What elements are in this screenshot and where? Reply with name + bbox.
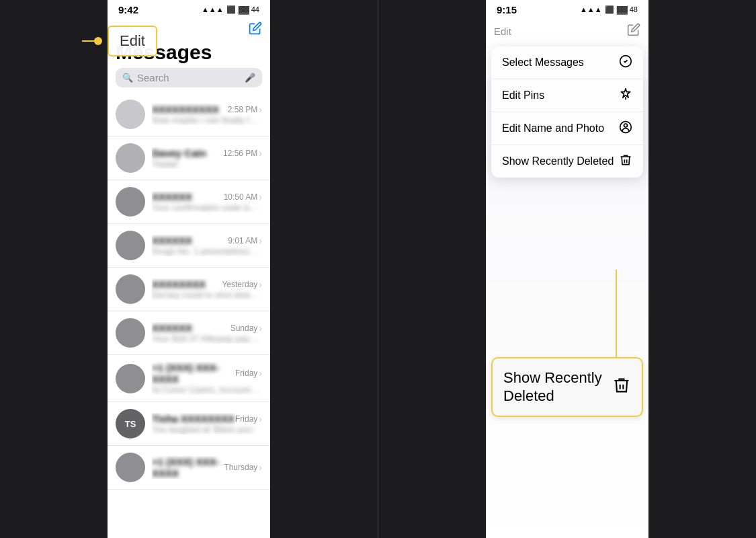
chevron-icon: › bbox=[259, 414, 262, 424]
annotation-arrow bbox=[610, 270, 636, 364]
sender-name: XXXXXX bbox=[152, 235, 192, 246]
message-content: XXXXXX 9:01 AM › Drugs No. 1 prescriptio… bbox=[152, 235, 262, 256]
right-compose-button[interactable] bbox=[627, 23, 640, 40]
message-content: XXXXXX Sunday › Your $18.37 Afterpay pay… bbox=[152, 322, 262, 344]
left-search-placeholder: Search bbox=[137, 72, 241, 83]
dropdown-item-select-messages[interactable]: Select Messages bbox=[491, 46, 643, 79]
pin-icon bbox=[619, 87, 632, 104]
message-top: Tisha XXXXXXXX Friday › bbox=[152, 413, 262, 424]
avatar bbox=[116, 318, 145, 348]
message-preview: Your $18.37 Afterpay payment is due tomo… bbox=[152, 334, 259, 344]
sender-name: +1 (XXX) XXX-XXXX bbox=[152, 362, 235, 385]
sender-name: Davey Cain bbox=[152, 147, 206, 159]
list-item[interactable]: XXXXXXXX Yesterday › Dorsey could to shu… bbox=[108, 268, 270, 311]
dropdown-item-edit-pins[interactable]: Edit Pins bbox=[491, 79, 643, 112]
dropdown-item-edit-name-photo[interactable]: Edit Name and Photo bbox=[491, 112, 643, 145]
chevron-icon: › bbox=[259, 104, 262, 115]
message-top: XXXXXX 10:50 AM › bbox=[152, 191, 262, 202]
battery-icon: ▓▓ 48 bbox=[617, 5, 638, 13]
message-time: 12:56 PM › bbox=[223, 148, 262, 159]
list-item[interactable]: +1 (XXX) XXX-XXXX Thursday › bbox=[108, 446, 270, 490]
message-content: +1 (XXX) XXX-XXXX Friday › Hi Conor Cast… bbox=[152, 362, 262, 395]
trash-icon-large bbox=[612, 376, 631, 399]
chevron-icon: › bbox=[259, 368, 262, 379]
edit-name-photo-label: Edit Name and Photo bbox=[502, 122, 604, 134]
message-top: Davey Cain 12:56 PM › bbox=[152, 147, 262, 159]
sender-name: Tisha XXXXXXXX bbox=[152, 413, 235, 424]
annotation-dot bbox=[94, 37, 102, 45]
message-time: 10:50 AM › bbox=[224, 192, 262, 202]
message-time: Sunday › bbox=[230, 323, 262, 334]
dropdown-item-show-recently-deleted[interactable]: Show Recently Deleted bbox=[491, 145, 643, 178]
left-phone-screen: 9:42 ▲▲▲ ⬛ ▓▓ 44 Edit Messages bbox=[108, 0, 270, 538]
message-top: XXXXXXXXXX 2:58 PM › bbox=[152, 104, 262, 115]
list-item[interactable]: Davey Cain 12:56 PM › Yaaay! bbox=[108, 137, 270, 180]
message-preview: Yaaay! bbox=[152, 159, 259, 169]
left-search-bar[interactable]: 🔍 Search 🎤 bbox=[116, 68, 262, 87]
left-compose-button[interactable] bbox=[249, 22, 262, 38]
avatar bbox=[116, 231, 145, 260]
mic-icon: 🎤 bbox=[245, 73, 255, 83]
message-time: Thursday › bbox=[224, 462, 262, 473]
message-content: XXXXXXXX Yesterday › Dorsey could to shu… bbox=[152, 278, 262, 300]
sender-name: XXXXXX bbox=[152, 322, 192, 334]
message-preview: You laughed at 'Bless you.' bbox=[152, 424, 259, 434]
svg-point-3 bbox=[624, 124, 628, 127]
right-phone-panel: 9:15 ▲▲▲ ⬛ ▓▓ 48 Edit bbox=[378, 0, 756, 538]
battery-icon: ▓▓ 44 bbox=[239, 5, 259, 13]
message-top: +1 (XXX) XXX-XXXX Thursday › bbox=[152, 456, 262, 479]
avatar bbox=[116, 143, 145, 173]
right-status-bar: 9:15 ▲▲▲ ⬛ ▓▓ 48 bbox=[486, 0, 648, 19]
list-item[interactable]: XXXXXX 9:01 AM › Drugs No. 1 prescriptio… bbox=[108, 224, 270, 268]
list-item[interactable]: XXXXXX Sunday › Your $18.37 Afterpay pay… bbox=[108, 311, 270, 355]
edit-annotation: Edit bbox=[108, 26, 157, 56]
message-content: XXXXXXXXXX 2:58 PM › Now maybe I can fin… bbox=[152, 104, 262, 125]
chevron-icon: › bbox=[259, 148, 262, 159]
annotation-line bbox=[82, 40, 95, 42]
list-item[interactable]: TS Tisha XXXXXXXX Friday › You laughed a… bbox=[108, 402, 270, 446]
message-time: 2:58 PM › bbox=[228, 104, 262, 115]
chevron-icon: › bbox=[259, 462, 262, 473]
message-preview: Your confirmation code is XXXXXX. bbox=[152, 202, 259, 213]
chevron-icon: › bbox=[259, 235, 262, 246]
chevron-icon: › bbox=[259, 323, 262, 334]
right-phone-screen: 9:15 ▲▲▲ ⬛ ▓▓ 48 Edit bbox=[486, 0, 648, 538]
wifi-icon: ⬛ bbox=[605, 5, 614, 14]
list-item[interactable]: XXXXXX 10:50 AM › Your confirmation code… bbox=[108, 180, 270, 224]
left-status-icons: ▲▲▲ ⬛ ▓▓ 44 bbox=[202, 5, 259, 14]
message-preview: Now maybe I can finally finish my own pr… bbox=[152, 115, 259, 125]
message-time: Friday › bbox=[235, 368, 262, 379]
avatar bbox=[116, 274, 145, 304]
right-status-time: 9:15 bbox=[497, 4, 517, 15]
message-content: Tisha XXXXXXXX Friday › You laughed at '… bbox=[152, 413, 262, 434]
dropdown-menu: Select Messages Edit Pins bbox=[491, 46, 643, 178]
left-message-list: XXXXXXXXXX 2:58 PM › Now maybe I can fin… bbox=[108, 93, 270, 538]
right-edit-button[interactable]: Edit bbox=[494, 26, 511, 37]
avatar bbox=[116, 187, 145, 217]
avatar bbox=[116, 364, 145, 393]
sender-name: XXXXXXXX bbox=[152, 278, 206, 290]
chevron-icon: › bbox=[259, 279, 262, 290]
message-time: 9:01 AM › bbox=[228, 235, 262, 246]
sender-name: XXXXXXXXXX bbox=[152, 104, 219, 115]
highlighted-box[interactable]: Show RecentlyDeleted bbox=[491, 357, 643, 417]
right-status-icons: ▲▲▲ ⬛ ▓▓ 48 bbox=[580, 5, 638, 14]
message-top: XXXXXXXX Yesterday › bbox=[152, 278, 262, 290]
sender-name: +1 (XXX) XXX-XXXX bbox=[152, 456, 224, 479]
left-phone-panel: 9:42 ▲▲▲ ⬛ ▓▓ 44 Edit Messages bbox=[0, 0, 378, 538]
edit-pins-label: Edit Pins bbox=[502, 89, 544, 102]
trash-icon-menu bbox=[619, 153, 632, 169]
list-item[interactable]: XXXXXXXXXX 2:58 PM › Now maybe I can fin… bbox=[108, 93, 270, 137]
sender-name: XXXXXX bbox=[152, 191, 192, 202]
list-item[interactable]: +1 (XXX) XXX-XXXX Friday › Hi Conor Cast… bbox=[108, 355, 270, 402]
message-time: Yesterday › bbox=[222, 279, 262, 290]
signal-icon: ▲▲▲ bbox=[580, 5, 602, 13]
message-content: +1 (XXX) XXX-XXXX Thursday › bbox=[152, 456, 262, 479]
avatar bbox=[116, 453, 145, 482]
highlighted-recently-deleted-label: Show RecentlyDeleted bbox=[503, 369, 602, 405]
show-recently-deleted-menu-label: Show Recently Deleted bbox=[502, 155, 614, 167]
person-circle-icon bbox=[619, 120, 632, 137]
avatar bbox=[116, 100, 145, 129]
message-top: XXXXXX 9:01 AM › bbox=[152, 235, 262, 246]
signal-icon: ▲▲▲ bbox=[202, 5, 224, 13]
